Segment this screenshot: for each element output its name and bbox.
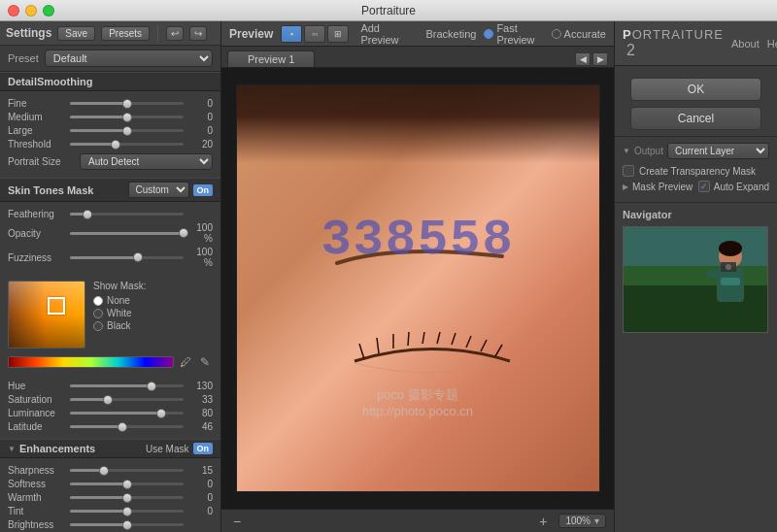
skin-tones-header: Skin Tones Mask Custom On — [0, 178, 220, 202]
enhancements-on-badge[interactable]: On — [193, 443, 214, 454]
skin-tones-mode-select[interactable]: Custom — [128, 182, 189, 198]
preview-mode-group: Fast Preview Accurate — [484, 22, 606, 46]
output-select[interactable]: Current Layer — [667, 143, 769, 159]
fine-label: Fine — [8, 98, 66, 109]
softness-slider[interactable] — [70, 482, 184, 485]
zoom-out-button[interactable]: − — [229, 514, 245, 529]
navigator-thumbnail[interactable] — [623, 226, 768, 333]
eyedropper2-icon[interactable]: ✎ — [197, 354, 213, 370]
about-link[interactable]: About — [731, 38, 760, 50]
large-slider-row: Large 0 — [8, 125, 213, 136]
tint-slider[interactable] — [70, 510, 184, 513]
use-mask-row: Use Mask On — [146, 443, 213, 454]
feathering-slider-row: Feathering — [8, 209, 213, 219]
skin-tones-on-badge[interactable]: On — [193, 184, 214, 196]
cancel-button[interactable]: Cancel — [630, 107, 761, 130]
preview-tab-1[interactable]: Preview 1 — [227, 50, 315, 67]
preview-tabs: Preview 1 ◀ ▶ — [221, 47, 614, 68]
luminance-slider[interactable] — [70, 412, 184, 415]
enhancements-collapse-icon[interactable]: ▼ — [8, 445, 16, 453]
minimize-button[interactable] — [25, 5, 37, 17]
right-header: PORTRAITURE 2 About Help — [615, 21, 777, 66]
brightness-slider[interactable] — [70, 523, 184, 526]
tint-value: 0 — [187, 506, 213, 516]
bracketing-button[interactable]: Bracketing — [425, 28, 476, 40]
auto-expand-checkbox[interactable]: ✓ — [698, 181, 710, 192]
output-section: ▼ Output Current Layer Create Transparen… — [615, 136, 777, 202]
presets-button[interactable]: Presets — [101, 26, 150, 41]
saturation-slider[interactable] — [70, 398, 184, 401]
brightness-slider-row: Brightness — [8, 519, 213, 530]
fast-preview-radio[interactable] — [484, 29, 493, 39]
show-mask-none-row: None — [93, 295, 146, 306]
logo-rest: ORTRAITURE — [632, 27, 724, 42]
warmth-slider[interactable] — [70, 496, 184, 499]
ok-button[interactable]: OK — [630, 78, 761, 101]
hue-color-bar[interactable] — [8, 356, 174, 368]
traffic-lights — [8, 5, 54, 17]
zoom-display: 100% ▾ — [558, 514, 606, 528]
eyedropper-icon[interactable]: 🖊 — [178, 354, 193, 370]
multi-view-button[interactable]: ⊞ — [327, 25, 349, 43]
portrait-size-select[interactable]: Auto Detect — [80, 153, 213, 170]
fine-value: 0 — [187, 98, 213, 109]
svg-rect-12 — [624, 227, 768, 266]
color-gradient-box[interactable] — [8, 281, 85, 349]
warmth-label: Warmth — [8, 492, 66, 503]
navigator-label: Navigator — [623, 209, 769, 220]
use-mask-label: Use Mask — [146, 444, 188, 454]
sharpness-slider-row: Sharpness 15 — [8, 465, 213, 476]
sharpness-slider[interactable] — [70, 469, 184, 472]
preset-select[interactable]: Default — [45, 50, 213, 67]
preview-image-area[interactable]: 338558 poco 摄影专题 http://photo.poco.cn — [221, 68, 614, 509]
accurate-radio[interactable] — [552, 29, 561, 39]
svg-line-9 — [495, 345, 502, 356]
portrait-size-row: Portrait Size Auto Detect — [8, 153, 213, 170]
close-button[interactable] — [8, 5, 19, 17]
threshold-label: Threshold — [8, 139, 66, 150]
accurate-option: Accurate — [552, 28, 606, 40]
help-link[interactable]: Help — [767, 38, 777, 50]
tab-next-button[interactable]: ▶ — [592, 52, 608, 66]
tab-prev-button[interactable]: ◀ — [575, 52, 591, 66]
color-picker-area: Show Mask: None White Black — [0, 275, 220, 354]
left-scroll: DetailSmoothing Fine 0 Medium — [0, 72, 220, 532]
undo-button[interactable]: ↩ — [166, 26, 184, 41]
save-button[interactable]: Save — [57, 26, 95, 41]
fast-preview-label: Fast Preview — [496, 22, 543, 46]
show-mask-none-radio[interactable] — [93, 296, 103, 306]
fine-slider[interactable] — [70, 102, 184, 105]
zoom-dropdown-icon[interactable]: ▾ — [594, 515, 599, 526]
show-mask-black-radio[interactable] — [93, 321, 103, 331]
fuzziness-slider[interactable] — [70, 256, 184, 259]
enhancements-header: ▼ Enhancements Use Mask On — [0, 439, 220, 458]
detail-smoothing-content: Fine 0 Medium 0 — [0, 91, 220, 178]
medium-slider[interactable] — [70, 116, 184, 118]
svg-rect-16 — [707, 270, 721, 278]
preview-label: Preview — [229, 27, 273, 41]
output-collapse-icon[interactable]: ▼ — [623, 147, 630, 155]
opacity-slider[interactable] — [70, 232, 184, 235]
show-mask-white-radio[interactable] — [93, 309, 103, 318]
hue-slider[interactable] — [70, 384, 184, 387]
maximize-button[interactable] — [43, 5, 54, 17]
threshold-slider[interactable] — [70, 143, 184, 146]
create-transparency-checkbox[interactable] — [623, 165, 634, 177]
enhancements-content: Sharpness 15 Softness 0 Warm — [0, 458, 220, 532]
watermark-poco-line2: http://photo.poco.cn — [362, 404, 473, 418]
feathering-slider[interactable] — [70, 213, 184, 216]
split-view-button[interactable]: ▫▫ — [304, 25, 325, 43]
mask-preview-collapse-icon[interactable]: ▶ — [623, 183, 628, 191]
add-preview-button[interactable]: Add Preview — [356, 22, 418, 46]
latitude-slider[interactable] — [70, 425, 184, 428]
single-view-button[interactable]: ▪ — [281, 25, 302, 43]
medium-label: Medium — [8, 112, 66, 122]
zoom-in-button[interactable]: + — [535, 514, 551, 529]
auto-expand-row: ✓ Auto Expand — [698, 181, 769, 192]
preview-bottom-bar: − + 100% ▾ — [221, 509, 614, 532]
tab-nav-buttons: ◀ ▶ — [575, 50, 608, 67]
large-slider[interactable] — [70, 129, 184, 132]
show-mask-area: Show Mask: None White Black — [93, 281, 146, 349]
redo-button[interactable]: ↪ — [189, 26, 207, 41]
mask-preview-row: ▶ Mask Preview ✓ Auto Expand — [623, 181, 769, 192]
